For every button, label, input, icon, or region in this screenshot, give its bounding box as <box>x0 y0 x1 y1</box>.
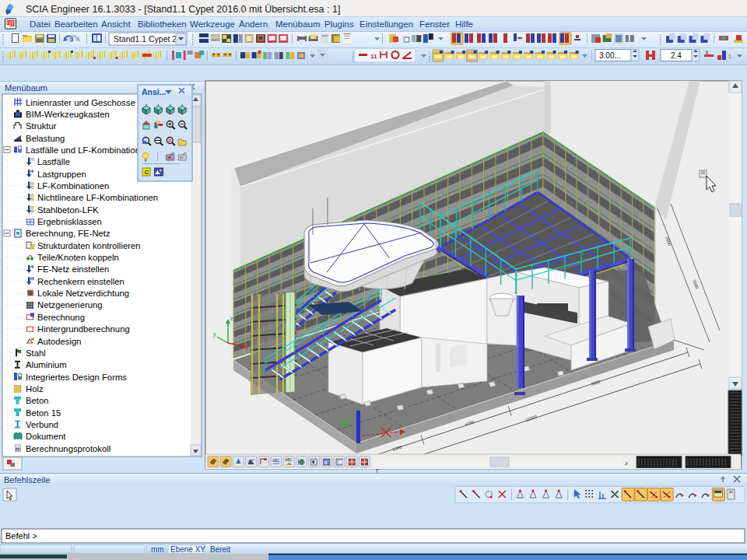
svg-text:Lastgruppen: Lastgruppen <box>37 170 86 179</box>
svg-text:SCIA Engineer 16.1.3033 - [Sta: SCIA Engineer 16.1.3033 - [Stand1.1 Cype… <box>26 4 340 15</box>
svg-text:Stand1.1 Cypet 20: Stand1.1 Cypet 20 <box>114 34 181 44</box>
svg-text:LF-Kombinationen: LF-Kombinationen <box>37 181 109 191</box>
svg-text:Datei: Datei <box>30 19 51 29</box>
svg-text:R: R <box>168 138 172 143</box>
svg-text:Bearbeiten: Bearbeiten <box>54 19 98 29</box>
svg-text:Autodesign: Autodesign <box>37 337 82 346</box>
svg-text:Befehl >: Befehl > <box>5 531 37 541</box>
svg-text:Einstellungen: Einstellungen <box>359 19 413 29</box>
svg-text:x: x <box>245 345 248 351</box>
svg-text:Menübaum: Menübaum <box>275 19 321 29</box>
svg-text:Berechnung: Berechnung <box>37 313 85 322</box>
svg-text:Fenster: Fenster <box>419 19 450 29</box>
svg-text:B: B <box>324 460 328 465</box>
svg-text:Plugins: Plugins <box>324 19 354 29</box>
svg-text:Ergebnisklassen: Ergebnisklassen <box>37 217 102 226</box>
svg-text:1.: 1. <box>728 54 733 59</box>
svg-text:Linienraster und Geschosse: Linienraster und Geschosse <box>26 98 135 107</box>
svg-text:Ebene XY: Ebene XY <box>170 545 205 554</box>
svg-text:Menübaum: Menübaum <box>5 83 47 93</box>
svg-text:Beton: Beton <box>26 396 49 405</box>
svg-text:ABC: ABC <box>272 459 280 463</box>
svg-text:Lastfälle: Lastfälle <box>37 157 70 166</box>
svg-text:mm: mm <box>151 545 164 554</box>
svg-text:z: z <box>230 316 233 321</box>
svg-text:Belastung: Belastung <box>26 134 65 143</box>
svg-text:Struktur: Struktur <box>26 121 57 131</box>
svg-text:Dokument: Dokument <box>26 432 66 441</box>
svg-text:Integriertes Design Forms: Integriertes Design Forms <box>26 373 127 382</box>
svg-text:C: C <box>145 169 149 176</box>
svg-text:Verbund: Verbund <box>26 420 58 429</box>
svg-text:BIM-Werkzeugkasten: BIM-Werkzeugkasten <box>26 110 110 119</box>
svg-text:3.00...: 3.00... <box>599 51 621 60</box>
svg-text:2.4: 2.4 <box>671 51 682 60</box>
svg-text:Aluminium: Aluminium <box>26 360 67 369</box>
svg-text:Berechnungsprotokoll: Berechnungsprotokoll <box>26 444 110 453</box>
svg-text:Rechenkern einstellen: Rechenkern einstellen <box>37 277 124 286</box>
svg-text:Stahl: Stahl <box>26 348 46 358</box>
svg-text:Berechnung, FE-Netz: Berechnung, FE-Netz <box>26 229 110 238</box>
svg-text:‹: ‹ <box>366 458 369 467</box>
svg-text:›: › <box>625 458 628 467</box>
svg-text:ABC: ABC <box>285 458 293 462</box>
svg-text:11: 11 <box>370 53 377 60</box>
svg-text:y: y <box>213 331 216 338</box>
svg-text:Lokale Netzverdichtung: Lokale Netzverdichtung <box>37 289 129 298</box>
svg-text:Lastfälle und LF-Kombinationen: Lastfälle und LF-Kombinationen <box>26 145 150 155</box>
svg-text:Strukturdaten kontrollieren: Strukturdaten kontrollieren <box>37 241 141 250</box>
svg-text:Ansicht: Ansicht <box>101 19 132 29</box>
svg-text:Nichtlineare LF-Kombinationen: Nichtlineare LF-Kombinationen <box>37 193 158 202</box>
svg-text:Ändern: Ändern <box>239 19 268 29</box>
svg-text:FE-Netz einstellen: FE-Netz einstellen <box>37 264 109 274</box>
svg-text:Bereit: Bereit <box>210 545 230 554</box>
svg-text:Hilfe: Hilfe <box>455 19 473 29</box>
svg-text:Bibliotheken: Bibliotheken <box>138 19 187 29</box>
svg-text:Stahlbeton-LFK: Stahlbeton-LFK <box>37 205 99 215</box>
svg-text:Werkzeuge: Werkzeuge <box>190 19 235 29</box>
svg-text:Holz: Holz <box>26 384 44 394</box>
svg-text:Teile/Knoten koppeln: Teile/Knoten koppeln <box>37 253 119 262</box>
svg-text:Hintergrundberechnung: Hintergrundberechnung <box>37 324 130 334</box>
svg-text:Beton 15: Beton 15 <box>26 408 61 418</box>
svg-text:Ansi...: Ansi... <box>142 87 167 96</box>
svg-text:Netzgenerierung: Netzgenerierung <box>37 300 103 310</box>
svg-text:Befehlszeile: Befehlszeile <box>4 475 50 485</box>
